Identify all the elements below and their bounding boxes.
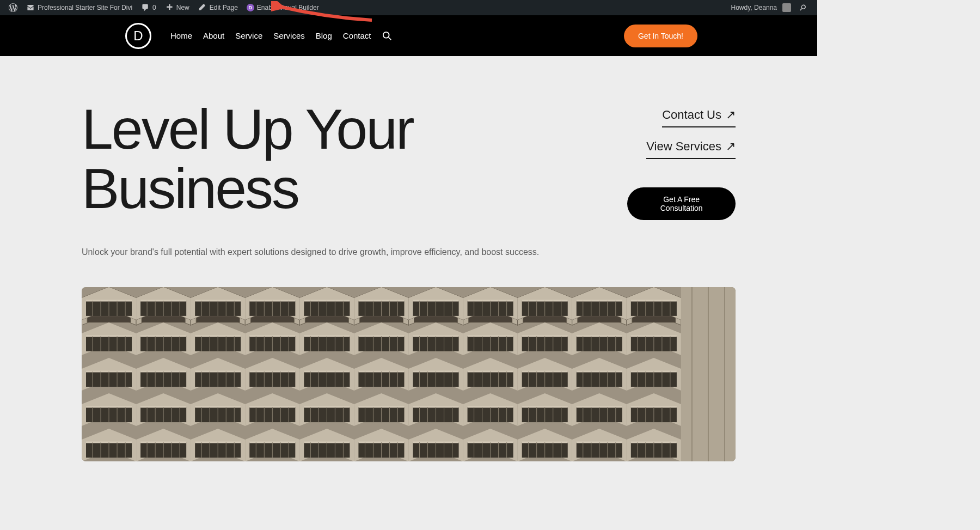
main-navigation: Home About Service Services Blog Contact bbox=[170, 31, 392, 41]
comment-icon bbox=[141, 3, 150, 12]
svg-point-1 bbox=[383, 32, 389, 38]
cta-link-label: Contact Us bbox=[662, 108, 721, 122]
new-content-menu[interactable]: New bbox=[161, 0, 194, 15]
new-label: New bbox=[176, 4, 189, 11]
edit-page-label: Edit Page bbox=[210, 4, 238, 11]
view-services-link[interactable]: View Services ↗ bbox=[646, 139, 736, 159]
howdy-text: Howdy, Deanna bbox=[731, 4, 777, 11]
wordpress-icon bbox=[9, 3, 17, 12]
hero-subtext: Unlock your brand's full potential with … bbox=[82, 247, 736, 257]
site-title-label: Professional Starter Site For Divi bbox=[38, 4, 132, 11]
svg-line-2 bbox=[388, 37, 391, 40]
pencil-icon bbox=[198, 3, 207, 12]
search-icon bbox=[800, 3, 808, 12]
arrow-up-right-icon: ↗ bbox=[726, 108, 736, 122]
nav-services[interactable]: Services bbox=[273, 31, 305, 40]
user-avatar-icon bbox=[782, 3, 791, 12]
logo-letter: D bbox=[133, 28, 143, 44]
divi-icon: D bbox=[247, 4, 254, 11]
arrow-up-right-icon: ↗ bbox=[726, 139, 736, 154]
plus-icon bbox=[165, 3, 174, 12]
get-in-touch-button[interactable]: Get In Touch! bbox=[624, 25, 697, 47]
contact-us-link[interactable]: Contact Us ↗ bbox=[662, 108, 736, 127]
nav-blog[interactable]: Blog bbox=[316, 31, 332, 40]
enable-visual-builder[interactable]: D Enable Visual Builder bbox=[242, 0, 323, 15]
nav-home[interactable]: Home bbox=[170, 31, 192, 40]
hero-heading: Level Up Your Business bbox=[82, 100, 627, 220]
nav-service[interactable]: Service bbox=[235, 31, 262, 40]
consultation-button[interactable]: Get A Free Consultation bbox=[627, 187, 736, 220]
site-name-menu[interactable]: Professional Starter Site For Divi bbox=[22, 0, 137, 15]
site-header: D Home About Service Services Blog Conta… bbox=[0, 15, 817, 56]
hero-cta-column: Contact Us ↗ View Services ↗ Get A Free … bbox=[627, 100, 736, 220]
site-logo[interactable]: D bbox=[125, 23, 151, 49]
wp-logo-menu[interactable] bbox=[4, 0, 22, 15]
nav-contact[interactable]: Contact bbox=[343, 31, 371, 40]
nav-about[interactable]: About bbox=[203, 31, 224, 40]
edit-page-menu[interactable]: Edit Page bbox=[194, 0, 242, 15]
dashboard-icon bbox=[26, 3, 35, 12]
comments-count: 0 bbox=[152, 4, 156, 11]
admin-bar-right: Howdy, Deanna bbox=[727, 0, 813, 15]
wp-admin-bar: Professional Starter Site For Divi 0 New… bbox=[0, 0, 817, 15]
hero-top-row: Level Up Your Business Contact Us ↗ View… bbox=[82, 100, 736, 220]
nav-search-icon[interactable] bbox=[382, 31, 392, 41]
header-left: D Home About Service Services Blog Conta… bbox=[125, 23, 392, 49]
user-account-menu[interactable]: Howdy, Deanna bbox=[727, 0, 796, 15]
hero-image bbox=[82, 287, 736, 461]
enable-vb-label: Enable Visual Builder bbox=[257, 4, 319, 11]
hero-section: Level Up Your Business Contact Us ↗ View… bbox=[0, 56, 817, 461]
cta-link-label: View Services bbox=[646, 139, 721, 154]
admin-bar-left: Professional Starter Site For Divi 0 New… bbox=[4, 0, 323, 15]
admin-search[interactable] bbox=[795, 0, 813, 15]
comments-menu[interactable]: 0 bbox=[137, 0, 161, 15]
